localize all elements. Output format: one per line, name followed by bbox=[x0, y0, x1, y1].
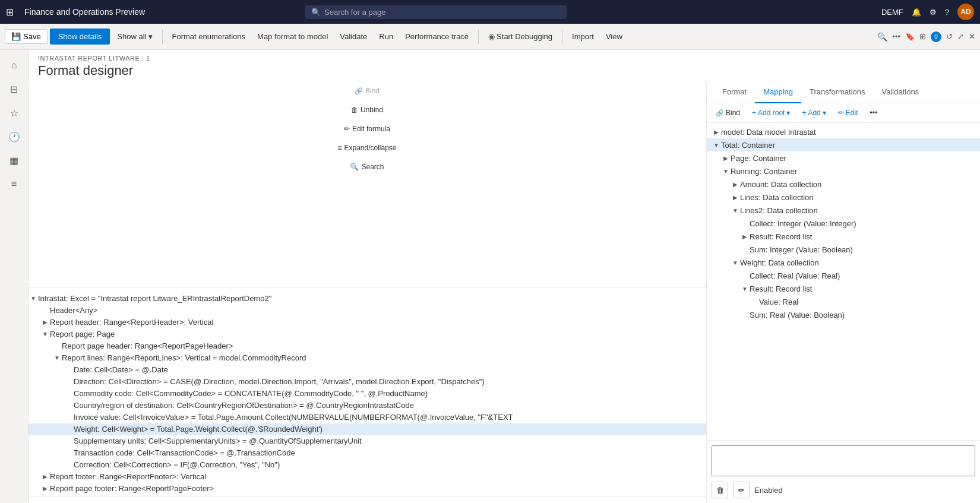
save-button[interactable]: 💾 Save bbox=[5, 29, 48, 44]
avatar[interactable]: AD bbox=[957, 4, 974, 20]
add-mapping-button[interactable]: + Add ▾ bbox=[799, 107, 829, 119]
unbind-button[interactable]: 🗑 Unbind bbox=[347, 104, 387, 116]
tree-item-7[interactable]: Date: Cell<Date> = @.Date bbox=[29, 364, 706, 376]
mapping-item-10[interactable]: Sum: Integer (Value: Boolean) bbox=[707, 243, 980, 256]
mapping-toggle-4[interactable]: ▼ bbox=[721, 166, 731, 176]
tree-item-15[interactable]: Correction: Cell<Correction> = IF(@.Corr… bbox=[29, 459, 706, 471]
tree-toggle-6[interactable]: ▼ bbox=[52, 353, 62, 363]
edit-formula-button[interactable]: ✏ Edit formula bbox=[340, 123, 394, 135]
tab-validations[interactable]: Validations bbox=[873, 81, 927, 103]
mapping-item-4[interactable]: ▼ Running: Container bbox=[707, 164, 980, 178]
mapping-item-12[interactable]: Collect: Real (Value: Real) bbox=[707, 269, 980, 282]
mapping-toggle-5[interactable]: ▶ bbox=[731, 179, 740, 189]
refresh-icon[interactable]: ↺ bbox=[946, 32, 953, 41]
tree-item-17[interactable]: ▶ Report page footer: Range<ReportPageFo… bbox=[29, 483, 706, 495]
tab-transformations[interactable]: Transformations bbox=[801, 81, 873, 103]
tree-item-6[interactable]: ▼ Report lines: Range<ReportLines>: Vert… bbox=[29, 352, 706, 364]
badge-icon[interactable]: 0 bbox=[931, 31, 941, 42]
map-format-button[interactable]: Map format to model bbox=[252, 30, 333, 43]
mapping-item-8[interactable]: Collect: Integer (Value: Integer) bbox=[707, 217, 980, 230]
view-button[interactable]: View bbox=[601, 30, 627, 43]
mapping-item-15[interactable]: Sum: Real (Value: Boolean) bbox=[707, 308, 980, 321]
sidebar-filter-icon[interactable]: ⊟ bbox=[4, 78, 25, 100]
tree-item-9[interactable]: Commodity code: Cell<CommodityCode> = CO… bbox=[29, 388, 706, 400]
mapping-item-5[interactable]: ▶ Amount: Data collection bbox=[707, 178, 980, 191]
tree-item-14[interactable]: Transaction code: Cell<TransactionCode> … bbox=[29, 447, 706, 459]
more-icon[interactable]: ••• bbox=[892, 32, 900, 41]
tree-toggle-1[interactable]: ▼ bbox=[29, 294, 38, 303]
sidebar-recent-icon[interactable]: 🕐 bbox=[4, 126, 25, 147]
tree-item-3[interactable]: ▶ Report header: Range<ReportHeader>: Ve… bbox=[29, 317, 706, 328]
mapping-item-6[interactable]: ▶ Lines: Data collection bbox=[707, 191, 980, 204]
search-toolbar-icon[interactable]: 🔍 bbox=[877, 32, 887, 42]
formula-edit-button[interactable]: ✏ bbox=[733, 482, 750, 498]
bookmark-icon[interactable]: 🔖 bbox=[905, 32, 915, 41]
mapping-toggle-7[interactable]: ▼ bbox=[731, 205, 740, 215]
show-all-button[interactable]: Show all ▾ bbox=[112, 30, 157, 43]
mapping-toggle-3[interactable]: ▶ bbox=[721, 153, 731, 163]
tree-item-11[interactable]: Invoice value: Cell<InvoiceValue> = Tota… bbox=[29, 412, 706, 423]
tree-toggle-17[interactable]: ▶ bbox=[40, 484, 50, 493]
mapping-toggle-11[interactable]: ▼ bbox=[731, 258, 740, 267]
expand-icon[interactable]: ⤢ bbox=[957, 32, 964, 41]
sidebar-workspaces-icon[interactable]: ▦ bbox=[4, 150, 25, 171]
notification-icon[interactable]: 🔔 bbox=[912, 8, 921, 17]
format-enumerations-button[interactable]: Format enumerations bbox=[167, 30, 251, 43]
tree-item-1[interactable]: ▼ Intrastat: Excel = "Intrastat report L… bbox=[29, 293, 706, 305]
sidebar-home-icon[interactable]: ⌂ bbox=[4, 55, 25, 76]
horizontal-scrollbar[interactable] bbox=[29, 496, 706, 503]
mapping-item-7[interactable]: ▼ Lines2: Data collection bbox=[707, 204, 980, 217]
mapping-item-14[interactable]: Value: Real bbox=[707, 295, 980, 308]
breadcrumb: INTRASTAT REPORT LITWARE : 1 bbox=[38, 55, 970, 62]
sidebar-modules-icon[interactable]: ≡ bbox=[4, 173, 25, 195]
mapping-toggle-6[interactable]: ▶ bbox=[731, 192, 740, 202]
tree-item-8[interactable]: Direction: Cell<Direction> = CASE(@.Dire… bbox=[29, 376, 706, 388]
mapping-item-9[interactable]: ▶ Result: Record list bbox=[707, 230, 980, 243]
tree-item-10[interactable]: Country/region of destination: Cell<Coun… bbox=[29, 400, 706, 412]
tree-item-4[interactable]: ▼ Report page: Page bbox=[29, 328, 706, 340]
search-format-button[interactable]: 🔍 Search bbox=[346, 161, 387, 173]
formula-input[interactable] bbox=[712, 445, 975, 476]
content-area: INTRASTAT REPORT LITWARE : 1 Format desi… bbox=[29, 50, 980, 503]
mapping-item-11[interactable]: ▼ Weight: Data collection bbox=[707, 256, 980, 269]
tab-format[interactable]: Format bbox=[714, 81, 755, 103]
expand-collapse-button[interactable]: ≡ Expand/collapse bbox=[334, 142, 400, 154]
tree-item-2[interactable]: Header<Any> bbox=[29, 305, 706, 317]
tab-mapping[interactable]: Mapping bbox=[755, 81, 801, 103]
import-button[interactable]: Import bbox=[567, 30, 599, 43]
tree-item-13[interactable]: Supplementary units: Cell<SupplementaryU… bbox=[29, 435, 706, 447]
show-details-button[interactable]: Show details bbox=[50, 29, 110, 45]
run-button[interactable]: Run bbox=[374, 30, 398, 43]
app-grid-icon[interactable]: ⊞ bbox=[6, 7, 14, 18]
mapping-toggle-1[interactable]: ▶ bbox=[712, 127, 721, 137]
validate-button[interactable]: Validate bbox=[335, 30, 372, 43]
close-icon[interactable]: ✕ bbox=[969, 32, 975, 41]
formula-delete-button[interactable]: 🗑 bbox=[712, 482, 728, 498]
more-mapping-button[interactable]: ••• bbox=[867, 107, 880, 119]
mapping-toggle-12 bbox=[740, 271, 750, 280]
tree-toggle-3[interactable]: ▶ bbox=[40, 318, 50, 327]
global-search-bar[interactable]: 🔍 Search for a page bbox=[305, 5, 567, 19]
tree-toggle-4[interactable]: ▼ bbox=[40, 330, 50, 339]
performance-trace-button[interactable]: Performance trace bbox=[400, 30, 473, 43]
help-icon[interactable]: ? bbox=[945, 8, 949, 17]
tree-item-5[interactable]: Report page header: Range<ReportPageHead… bbox=[29, 340, 706, 352]
bind-button[interactable]: 🔗 Bind bbox=[351, 85, 383, 97]
tree-item-12[interactable]: Weight: Cell<Weight> = Total.Page.Weight… bbox=[29, 423, 706, 435]
tree-item-16[interactable]: ▶ Report footer: Range<ReportFooter>: Ve… bbox=[29, 471, 706, 483]
mapping-item-3[interactable]: ▶ Page: Container bbox=[707, 151, 980, 164]
mapping-item-2[interactable]: ▼ Total: Container bbox=[707, 138, 980, 151]
mapping-toggle-2[interactable]: ▼ bbox=[712, 140, 721, 150]
mapping-toggle-9[interactable]: ▶ bbox=[740, 232, 750, 241]
mapping-bind-button[interactable]: 🔗 Bind bbox=[713, 107, 743, 119]
mapping-toggle-13[interactable]: ▼ bbox=[740, 284, 750, 293]
mapping-item-13[interactable]: ▼ Result: Record list bbox=[707, 282, 980, 295]
start-debugging-button[interactable]: ◉ Start Debugging bbox=[483, 30, 557, 43]
mapping-item-1[interactable]: ▶ model: Data model Intrastat bbox=[707, 125, 980, 138]
edit-mapping-button[interactable]: ✏ Edit bbox=[835, 107, 861, 119]
settings-icon[interactable]: ⚙ bbox=[930, 8, 937, 17]
add-root-button[interactable]: + Add root ▾ bbox=[749, 107, 793, 119]
split-icon[interactable]: ⊞ bbox=[919, 32, 926, 41]
tree-toggle-16[interactable]: ▶ bbox=[40, 472, 50, 482]
sidebar-favorites-icon[interactable]: ☆ bbox=[4, 102, 25, 124]
